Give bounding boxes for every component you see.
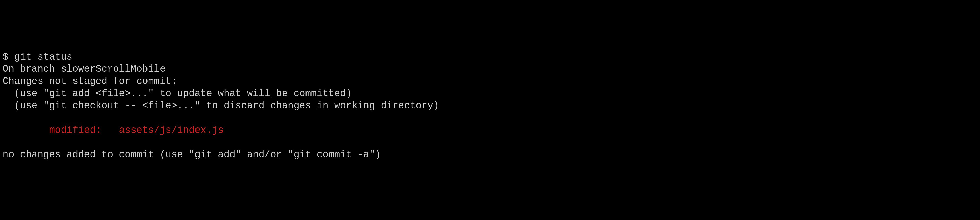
modified-file-entry: modified: assets/js/index.js <box>3 125 224 136</box>
terminal-output[interactable]: $ git status On branch slowerScrollMobil… <box>3 51 977 161</box>
git-status-command: git status <box>14 52 73 62</box>
prompt-symbol: $ <box>3 52 14 62</box>
hint-git-checkout: (use "git checkout -- <file>..." to disc… <box>3 100 439 111</box>
no-changes-line: no changes added to commit (use "git add… <box>3 149 381 160</box>
hint-git-add: (use "git add <file>..." to update what … <box>3 88 352 99</box>
branch-info: On branch slowerScrollMobile <box>3 63 165 74</box>
not-staged-header: Changes not staged for commit: <box>3 76 177 87</box>
command-line: $ git status <box>3 52 73 62</box>
